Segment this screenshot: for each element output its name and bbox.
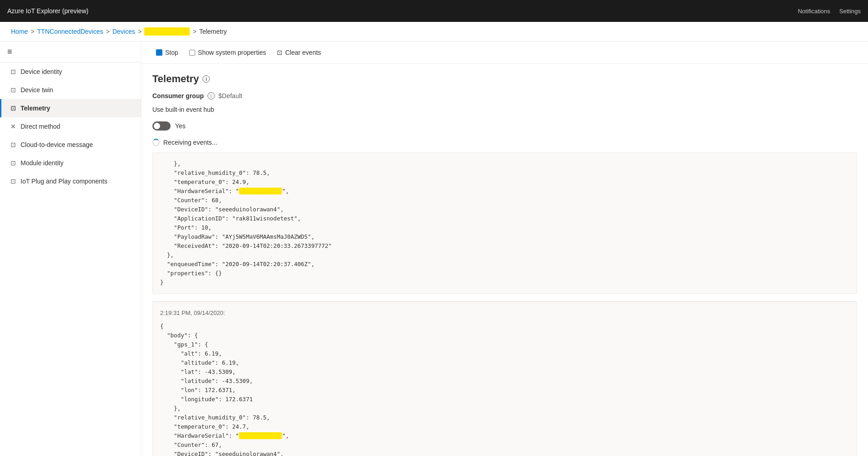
main-layout: ≡ ⊡ Device identity ⊡ Device twin ⊡ Tele…	[0, 42, 868, 456]
consumer-group-value: $Default	[218, 92, 242, 100]
direct-method-icon: ✕	[10, 123, 16, 130]
module-identity-icon: ⊡	[10, 159, 16, 167]
show-system-properties-label[interactable]: Show system properties	[189, 49, 266, 56]
breadcrumb-device-redacted	[144, 27, 190, 36]
event-block-2-timestamp: 2:19:31 PM, 09/14/2020:	[160, 309, 849, 318]
sidebar-item-telemetry-label: Telemetry	[21, 105, 50, 112]
clear-events-icon: ⊡	[277, 49, 282, 56]
breadcrumb: Home > TTNConnectedDevices > Devices > >…	[0, 22, 868, 42]
breadcrumb-ttn[interactable]: TTNConnectedDevices	[37, 28, 104, 35]
sidebar-item-iot-plug-label: IoT Plug and Play components	[21, 178, 107, 185]
title-info-icon[interactable]: i	[203, 75, 210, 83]
sidebar-item-module-identity-label: Module identity	[21, 159, 63, 167]
device-identity-icon: ⊡	[10, 68, 16, 75]
use-built-in-toggle[interactable]	[152, 121, 171, 131]
breadcrumb-home[interactable]: Home	[11, 28, 28, 35]
clear-events-button[interactable]: ⊡ Clear events	[273, 47, 325, 58]
sidebar: ≡ ⊡ Device identity ⊡ Device twin ⊡ Tele…	[0, 42, 141, 456]
receiving-events: Receiving events...	[152, 139, 857, 146]
cloud-to-device-icon: ⊡	[10, 141, 16, 148]
event-block-2-content: { "body": { "gps_1": { "alt": 6.19, "alt…	[160, 322, 849, 456]
event-block-2: 2:19:31 PM, 09/14/2020: { "body": { "gps…	[152, 302, 857, 456]
sidebar-item-direct-method[interactable]: ✕ Direct method	[0, 117, 141, 136]
stop-button[interactable]: Stop	[152, 47, 182, 58]
sidebar-item-device-twin-label: Device twin	[21, 86, 53, 94]
stop-icon	[156, 49, 162, 56]
toggle-row: Yes	[152, 121, 857, 131]
topbar-title: Azure IoT Explorer (preview)	[7, 7, 88, 15]
breadcrumb-sep-1: >	[31, 28, 34, 35]
iot-plug-icon: ⊡	[10, 178, 16, 185]
sidebar-item-telemetry[interactable]: ⊡ Telemetry	[0, 99, 141, 117]
settings-link[interactable]: Settings	[839, 8, 861, 15]
telemetry-icon: ⊡	[10, 105, 16, 112]
breadcrumb-devices[interactable]: Devices	[112, 28, 135, 35]
built-in-hub-label: Use built-in event hub	[152, 106, 214, 113]
sidebar-item-iot-plug[interactable]: ⊡ IoT Plug and Play components	[0, 172, 141, 190]
consumer-group-row: Consumer group i $Default	[152, 92, 857, 100]
consumer-group-label: Consumer group	[152, 92, 204, 100]
hamburger-icon[interactable]: ≡	[7, 47, 12, 56]
consumer-group-info-icon[interactable]: i	[208, 92, 215, 100]
topbar: Azure IoT Explorer (preview) Notificatio…	[0, 0, 868, 22]
built-in-hub-row: Use built-in event hub	[152, 106, 857, 113]
stop-label: Stop	[165, 49, 178, 56]
topbar-left: Azure IoT Explorer (preview)	[7, 7, 88, 15]
page-content: Telemetry i Consumer group i $Default Us…	[141, 64, 868, 456]
show-system-properties-text: Show system properties	[198, 49, 266, 56]
breadcrumb-sep-3: >	[138, 28, 141, 35]
event-block-1-content: }, "relative_humidity_0": 78.5, "tempera…	[160, 159, 849, 287]
sidebar-item-module-identity[interactable]: ⊡ Module identity	[0, 154, 141, 172]
event-block-1: }, "relative_humidity_0": 78.5, "tempera…	[152, 152, 857, 294]
breadcrumb-sep-4: >	[192, 28, 196, 35]
device-twin-icon: ⊡	[10, 86, 16, 94]
receiving-label: Receiving events...	[163, 139, 217, 146]
show-system-properties-checkbox[interactable]	[189, 50, 195, 56]
clear-events-label: Clear events	[285, 49, 321, 56]
toggle-yes-label: Yes	[175, 122, 186, 130]
sidebar-item-direct-method-label: Direct method	[21, 123, 60, 130]
page-title-text: Telemetry	[152, 73, 199, 85]
sidebar-item-device-identity-label: Device identity	[21, 68, 62, 75]
sidebar-item-cloud-to-device[interactable]: ⊡ Cloud-to-device message	[0, 136, 141, 154]
breadcrumb-sep-2: >	[106, 28, 109, 35]
sidebar-item-device-twin[interactable]: ⊡ Device twin	[0, 81, 141, 99]
toolbar: Stop Show system properties ⊡ Clear even…	[141, 42, 868, 64]
sidebar-item-cloud-to-device-label: Cloud-to-device message	[21, 141, 93, 148]
page-title: Telemetry i	[152, 73, 857, 85]
notifications-link[interactable]: Notifications	[798, 8, 830, 15]
topbar-right: Notifications Settings	[798, 8, 861, 15]
content-area: Stop Show system properties ⊡ Clear even…	[141, 42, 868, 456]
receiving-spinner	[152, 139, 160, 146]
sidebar-item-device-identity[interactable]: ⊡ Device identity	[0, 63, 141, 81]
breadcrumb-telemetry: Telemetry	[199, 28, 227, 35]
sidebar-header: ≡	[0, 42, 141, 63]
